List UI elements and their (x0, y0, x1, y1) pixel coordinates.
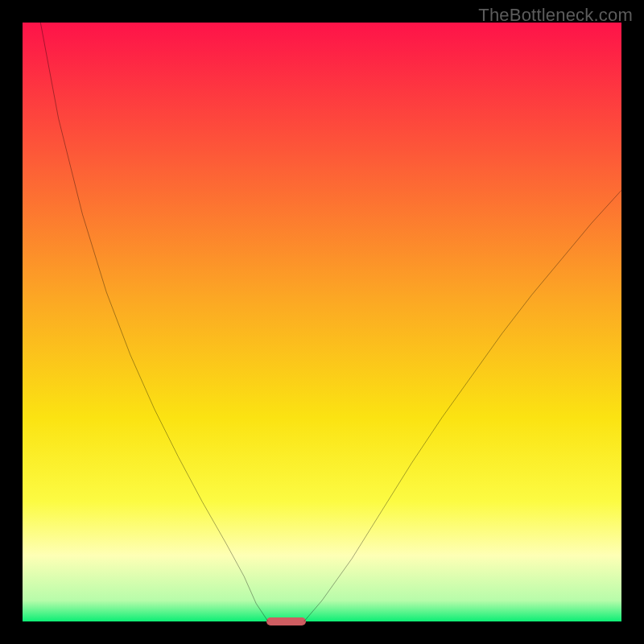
left-curve-path (40, 23, 268, 621)
curve-layer (23, 23, 621, 621)
chart-stage: TheBottleneck.com (0, 0, 644, 644)
right-curve-path (304, 190, 621, 621)
watermark-text: TheBottleneck.com (478, 5, 633, 26)
plot-area (23, 23, 621, 621)
